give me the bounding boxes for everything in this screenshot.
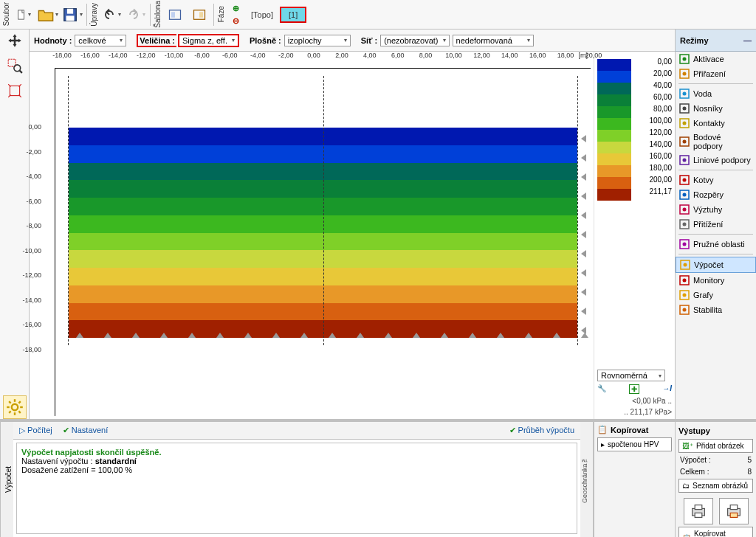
mode-item-water[interactable]: Voda xyxy=(676,86,756,101)
new-file-button[interactable] xyxy=(12,3,35,27)
sit-select[interactable]: (nezobrazovat) xyxy=(380,35,449,46)
mode-item-label: Nosníky xyxy=(693,104,723,113)
deform-select[interactable]: nedeformovaná xyxy=(453,35,534,46)
settings-gear-button[interactable] xyxy=(3,395,27,419)
mode-item-surch[interactable]: Přitížení xyxy=(676,217,756,232)
phase-1-button[interactable]: [1] xyxy=(280,7,306,23)
add-picture-button[interactable]: 🖼⁺Přidat obrázek xyxy=(678,439,753,453)
svg-point-36 xyxy=(683,179,687,182)
mode-item-beams[interactable]: Nosníky xyxy=(676,101,756,116)
mode-item-monitor[interactable]: Monitory xyxy=(676,273,756,288)
print-button[interactable] xyxy=(684,498,713,524)
lnsupp-icon xyxy=(679,155,690,165)
log-body: Výpočet napjatosti skončil úspěšně. Nast… xyxy=(16,443,577,534)
phase-topo-button[interactable]: [Topo] xyxy=(245,7,279,22)
undo-button[interactable] xyxy=(100,3,123,27)
pocitej-button[interactable]: ▷ Počítej xyxy=(19,426,52,435)
legend-value: 20,00 xyxy=(634,68,672,80)
main-toolbar: Soubor Úpravy Šablona Fáze ⊕ ⊖ [Topo] [1… xyxy=(0,0,756,30)
group-label-upravy: Úpravy xyxy=(89,1,99,28)
ruler-x-tick: -4,00 xyxy=(250,52,266,59)
mode-item-label: Aktivace xyxy=(693,55,724,63)
support-marker xyxy=(553,333,560,338)
mode-item-graphs[interactable]: Grafy xyxy=(676,288,756,302)
ruler-x: [m] -18,00-16,00-14,00-12,00-10,00-8,00-… xyxy=(55,52,591,68)
sit-label: Síť : xyxy=(361,36,377,45)
zoom-select-button[interactable] xyxy=(3,54,27,77)
copy-view-button[interactable]: 📋Kopírovat pohled xyxy=(678,527,753,537)
plosne-select[interactable]: izoplochy xyxy=(284,35,351,46)
mode-item-anchors[interactable]: Kotvy xyxy=(676,173,756,187)
legend-swatch xyxy=(597,177,631,189)
collapse-modes-button[interactable]: — xyxy=(743,36,752,45)
svg-line-19 xyxy=(9,411,10,412)
legend-value: 60,00 xyxy=(634,91,672,103)
svg-rect-57 xyxy=(730,505,738,510)
add-scale-icon[interactable]: ✚ xyxy=(629,384,639,394)
svg-rect-3 xyxy=(66,15,75,21)
mode-item-elastic[interactable]: Pružné oblasti xyxy=(676,237,756,252)
mode-item-ptsupp[interactable]: Bodové podpory xyxy=(676,131,756,153)
support-marker xyxy=(272,333,280,338)
svg-rect-7 xyxy=(199,12,203,18)
svg-point-9 xyxy=(13,65,20,72)
scale-type-select[interactable]: Rovnoměrná xyxy=(597,370,665,381)
svg-line-17 xyxy=(9,401,10,403)
mode-item-label: Výpočet xyxy=(694,260,724,269)
template-save-button[interactable] xyxy=(188,3,211,27)
surch-icon xyxy=(679,219,690,229)
range-max-label: .. 211,17 kPa> xyxy=(597,408,672,416)
svg-point-48 xyxy=(683,279,687,283)
pan-tool-button[interactable] xyxy=(3,29,27,52)
legend-swatch xyxy=(597,130,631,142)
open-file-button[interactable] xyxy=(36,3,60,27)
template-open-button[interactable] xyxy=(163,3,187,27)
mode-item-props[interactable]: Rozpěry xyxy=(676,187,756,202)
geoclipboard-vlabel: Geoschránka™ xyxy=(580,422,594,537)
legend-value: 40,00 xyxy=(634,80,672,91)
fit-view-button[interactable] xyxy=(3,79,27,103)
print-color-button[interactable] xyxy=(719,498,749,524)
svg-rect-5 xyxy=(171,12,175,18)
svg-point-38 xyxy=(683,193,687,197)
support-marker xyxy=(525,333,532,338)
redo-button[interactable] xyxy=(124,3,148,27)
remove-phase-button[interactable]: ⊖ xyxy=(229,15,242,27)
ruler-x-tick: -6,00 xyxy=(222,52,238,59)
support-marker xyxy=(581,288,586,296)
support-marker xyxy=(581,173,586,181)
svg-rect-54 xyxy=(695,505,702,510)
hodnoty-select[interactable]: celkové xyxy=(75,35,126,46)
ruler-y-tick: -8,00 xyxy=(26,222,41,229)
svg-point-44 xyxy=(683,243,687,246)
copy-hpv-button[interactable]: ▸spočtenou HPV xyxy=(597,437,672,451)
props-icon xyxy=(679,190,690,200)
svg-point-40 xyxy=(683,208,687,212)
mode-item-reinf[interactable]: Výztuhy xyxy=(676,202,756,217)
add-phase-button[interactable]: ⊕ xyxy=(229,2,242,14)
beams-icon xyxy=(679,103,690,114)
svg-rect-55 xyxy=(695,513,702,517)
plot-viewport[interactable]: [m] -18,00-16,00-14,00-12,00-10,00-8,00-… xyxy=(30,52,594,419)
ruler-x-tick: -14,00 xyxy=(109,52,128,59)
mode-item-lnsupp[interactable]: Liniové podpory xyxy=(676,153,756,167)
legend-swatch xyxy=(597,59,631,71)
svg-rect-11 xyxy=(10,86,19,95)
group-label-soubor: Soubor xyxy=(1,1,11,27)
save-file-button[interactable] xyxy=(61,3,84,27)
velicina-select[interactable]: Sigma z, eff. xyxy=(178,34,239,47)
support-marker xyxy=(132,333,140,338)
picture-list-button[interactable]: 🗂Seznam obrázků xyxy=(678,479,753,493)
mode-item-assign[interactable]: Přiřazení xyxy=(676,66,756,81)
nastaveni-button[interactable]: ✔ Nastavení xyxy=(63,426,109,435)
mode-item-contacts[interactable]: Kontakty xyxy=(676,116,756,131)
mode-item-activate[interactable]: Aktivace xyxy=(676,52,756,66)
wrench-icon[interactable]: 🔧 xyxy=(597,384,606,394)
legend-swatch xyxy=(597,142,631,153)
plot-field xyxy=(69,128,577,338)
mode-item-calc[interactable]: Výpočet xyxy=(676,257,756,273)
support-marker xyxy=(581,212,586,219)
apply-scale-icon[interactable]: →I xyxy=(662,384,672,394)
mode-item-stab[interactable]: Stabilita xyxy=(676,302,756,317)
prubeh-button[interactable]: ✔ Průběh výpočtu xyxy=(509,426,575,435)
